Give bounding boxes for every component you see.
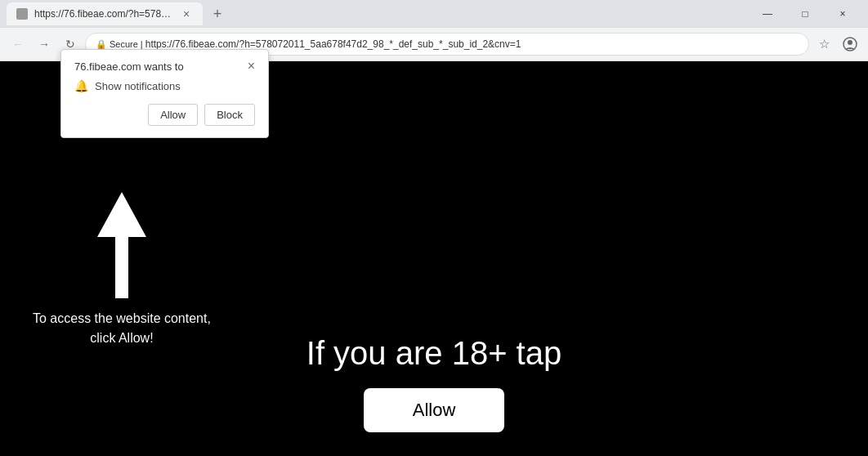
close-window-button[interactable]: × <box>824 0 861 28</box>
svg-point-2 <box>848 40 852 45</box>
url-separator: | <box>141 39 143 49</box>
tab-bar: https://76.fibeae.com/?h=57807... × + — … <box>0 0 868 28</box>
popup-site-text: 76.fibeae.com wants to <box>74 60 184 73</box>
maximize-button[interactable]: □ <box>786 0 824 28</box>
browser-tab[interactable]: https://76.fibeae.com/?h=57807... × <box>7 2 203 25</box>
tab-close-button[interactable]: × <box>180 7 193 20</box>
back-button[interactable]: ← <box>7 33 29 56</box>
svg-marker-4 <box>97 192 146 237</box>
profile-icon[interactable] <box>839 33 861 56</box>
popup-header: 76.fibeae.com wants to × <box>74 60 255 73</box>
bell-icon: 🔔 <box>74 79 88 92</box>
popup-close-button[interactable]: × <box>248 60 255 73</box>
notification-popup: 76.fibeae.com wants to × 🔔 Show notifica… <box>60 49 269 138</box>
forward-button[interactable]: → <box>33 33 56 56</box>
secure-badge: 🔒 Secure | https://76.fibeae.com/?h=5780… <box>96 38 521 50</box>
tab-favicon <box>16 8 28 20</box>
allow-button[interactable]: Allow <box>148 104 198 126</box>
tab-title: https://76.fibeae.com/?h=57807... <box>34 8 173 20</box>
popup-permission: 🔔 Show notifications <box>74 79 255 92</box>
minimize-button[interactable]: — <box>749 0 786 28</box>
popup-buttons: Allow Block <box>74 104 255 126</box>
block-button[interactable]: Block <box>204 104 255 126</box>
center-area: If you are 18+ tap Allow <box>0 335 868 432</box>
window-controls: — □ × <box>749 0 861 28</box>
lock-icon: 🔒 <box>96 39 107 50</box>
svg-point-0 <box>18 10 26 18</box>
arrow-up-icon <box>97 188 146 302</box>
arrow-area: To access the website content,click Allo… <box>33 188 211 348</box>
url-text: https://76.fibeae.com/?h=578072011_5aa67… <box>145 38 521 50</box>
permission-text: Show notifications <box>95 80 181 92</box>
toolbar-icons: ☆ <box>812 33 861 56</box>
svg-rect-3 <box>115 233 128 298</box>
allow-large-button[interactable]: Allow <box>364 388 505 432</box>
secure-label: Secure <box>110 39 138 49</box>
bookmark-icon[interactable]: ☆ <box>812 33 835 56</box>
new-tab-button[interactable]: + <box>206 2 229 25</box>
age-text: If you are 18+ tap <box>0 335 868 372</box>
